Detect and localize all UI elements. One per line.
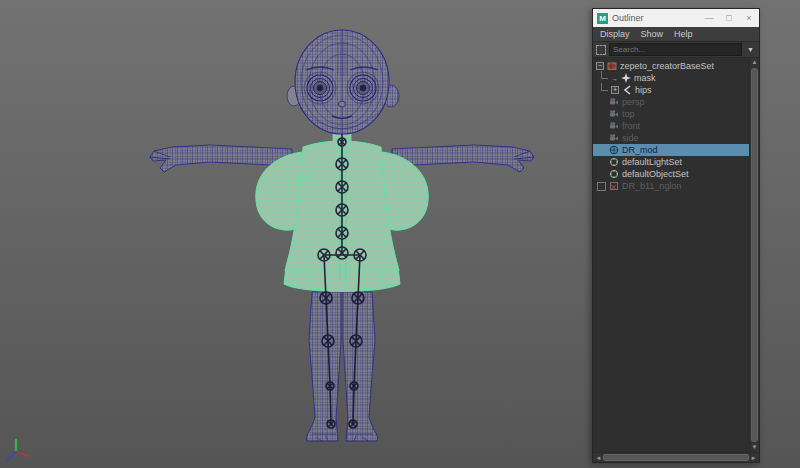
maximize-button[interactable]: □ xyxy=(719,9,739,27)
camera-icon xyxy=(609,97,619,107)
filter-icon[interactable] xyxy=(596,45,606,55)
outliner-item-dr-b11-nglon[interactable]: DR_b11_nglon xyxy=(593,180,749,192)
head-mesh xyxy=(287,30,399,134)
outliner-titlebar[interactable]: M Outliner — □ × xyxy=(593,9,759,27)
item-label: defaultLightSet xyxy=(622,157,682,167)
outliner-item-top[interactable]: top xyxy=(593,108,749,120)
outliner-window: M Outliner — □ × Display Show Help ▼ − z… xyxy=(592,8,760,463)
outliner-menubar: Display Show Help xyxy=(593,27,759,42)
joint-icon xyxy=(622,85,632,95)
menu-help[interactable]: Help xyxy=(674,29,693,39)
item-label: defaultObjectSet xyxy=(622,169,689,179)
character-wireframe xyxy=(150,30,534,441)
scroll-right-icon[interactable]: ► xyxy=(750,455,757,461)
item-label: persp xyxy=(622,97,645,107)
viewport-canvas[interactable] xyxy=(0,0,592,468)
window-title: Outliner xyxy=(612,13,699,23)
outliner-tree-area: − zepeto_creatorBaseSet → mask + xyxy=(593,58,759,452)
search-input[interactable] xyxy=(609,43,742,56)
item-label: front xyxy=(622,121,640,131)
axis-gizmo xyxy=(8,440,29,459)
left-leg-mesh xyxy=(306,292,341,441)
expand-toggle[interactable]: + xyxy=(611,86,619,94)
set-circle-icon xyxy=(609,169,619,179)
menu-show[interactable]: Show xyxy=(641,29,664,39)
item-label: zepeto_creatorBaseSet xyxy=(620,61,714,71)
outliner-item-defaultlightset[interactable]: defaultLightSet xyxy=(593,156,749,168)
menu-display[interactable]: Display xyxy=(600,29,630,39)
outliner-tree: − zepeto_creatorBaseSet → mask + xyxy=(593,58,749,452)
item-label: DR_b11_nglon xyxy=(622,181,681,191)
tree-connector xyxy=(601,71,608,79)
vertical-scroll-thumb[interactable] xyxy=(751,68,758,442)
camera-icon xyxy=(609,133,619,143)
minimize-button[interactable]: — xyxy=(699,9,719,27)
scroll-left-icon[interactable]: ◄ xyxy=(595,455,602,461)
close-button[interactable]: × xyxy=(739,9,759,27)
outliner-item-hips[interactable]: + hips xyxy=(593,84,749,96)
reference-checkbox[interactable] xyxy=(597,182,606,191)
outliner-item-dr-mod[interactable]: DR_mod xyxy=(593,144,749,156)
vertical-scrollbar[interactable]: ▲ ▼ xyxy=(749,58,759,452)
outliner-item-mask[interactable]: → mask xyxy=(593,72,749,84)
right-leg-mesh xyxy=(343,292,378,441)
connection-arrow-icon: → xyxy=(611,75,618,82)
item-label: hips xyxy=(635,85,652,95)
maya-app-icon: M xyxy=(597,13,608,24)
outliner-search-row: ▼ xyxy=(593,42,759,58)
item-label: DR_mod xyxy=(622,145,658,155)
scroll-up-icon[interactable]: ▲ xyxy=(752,58,758,67)
outliner-item-side[interactable]: side xyxy=(593,132,749,144)
nose xyxy=(339,101,346,107)
mesh-icon xyxy=(609,145,619,155)
item-label: top xyxy=(622,109,635,119)
horizontal-scrollbar[interactable]: ◄ ► xyxy=(593,452,759,462)
camera-icon xyxy=(609,109,619,119)
transform-icon xyxy=(621,73,631,83)
horizontal-scroll-thumb[interactable] xyxy=(603,454,749,461)
item-label: mask xyxy=(634,73,656,83)
set-circle-icon xyxy=(609,157,619,167)
outliner-item-persp[interactable]: persp xyxy=(593,96,749,108)
search-dropdown-icon[interactable]: ▼ xyxy=(745,46,756,53)
outliner-item-defaultobjectset[interactable]: defaultObjectSet xyxy=(593,168,749,180)
camera-icon xyxy=(609,121,619,131)
scroll-down-icon[interactable]: ▼ xyxy=(752,443,758,452)
tree-connector xyxy=(601,83,608,91)
outliner-item-zepeto-creatorbaseset[interactable]: − zepeto_creatorBaseSet xyxy=(593,60,749,72)
set-icon xyxy=(607,61,617,71)
item-label: side xyxy=(622,133,639,143)
outliner-item-front[interactable]: front xyxy=(593,120,749,132)
broken-reference-icon xyxy=(609,181,619,191)
expand-toggle[interactable]: − xyxy=(596,62,604,70)
